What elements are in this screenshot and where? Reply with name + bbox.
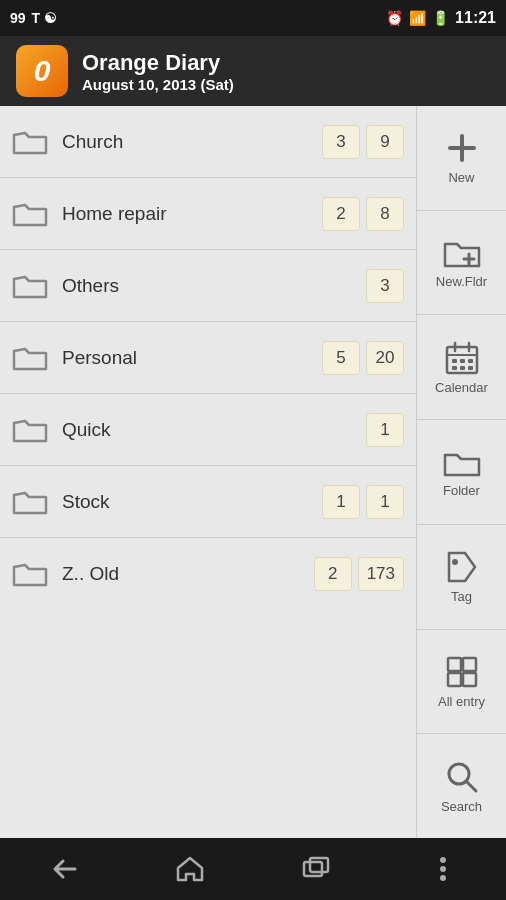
folder-row-icon	[12, 487, 48, 517]
search-button[interactable]: Search	[417, 734, 506, 838]
folder-count-2: 8	[366, 197, 404, 231]
folder-row[interactable]: Stock11	[0, 466, 416, 538]
folder-row-icon	[12, 559, 48, 589]
alarm-icon: ⏰	[386, 10, 403, 26]
calendar-label: Calendar	[435, 380, 488, 395]
folder-count-2: 173	[358, 557, 404, 591]
status-icons: T ☯	[32, 10, 57, 26]
recents-button[interactable]	[281, 844, 351, 894]
folder-row[interactable]: Church39	[0, 106, 416, 178]
svg-rect-22	[310, 858, 328, 872]
folder-count-1: 2	[322, 197, 360, 231]
folder-name: Home repair	[62, 203, 316, 225]
battery-icon: 🔋	[432, 10, 449, 26]
status-left: 99 T ☯	[10, 10, 57, 26]
app-icon-letter: 0	[34, 54, 51, 88]
svg-rect-9	[460, 359, 465, 363]
main-content: Church39 Home repair28 Others3 Personal5…	[0, 106, 506, 838]
svg-rect-21	[304, 862, 322, 876]
folder-count-1: 3	[322, 125, 360, 159]
folder-count-1: 1	[322, 485, 360, 519]
svg-rect-16	[463, 658, 476, 671]
svg-point-25	[440, 875, 446, 881]
app-subtitle: August 10, 2013 (Sat)	[82, 76, 234, 93]
app-icon: 0	[16, 45, 68, 97]
svg-point-14	[452, 559, 458, 565]
svg-point-23	[440, 857, 446, 863]
folder-row-icon	[12, 199, 48, 229]
folder-row[interactable]: Personal520	[0, 322, 416, 394]
folder-name: Stock	[62, 491, 316, 513]
svg-line-20	[466, 781, 476, 791]
folder-name: Z.. Old	[62, 563, 308, 585]
new-folder-icon	[443, 236, 481, 270]
folder-count-2: 1	[366, 485, 404, 519]
svg-point-24	[440, 866, 446, 872]
folder-count-1: 5	[322, 341, 360, 375]
new-label: New	[448, 170, 474, 185]
app-title: Orange Diary	[82, 50, 234, 76]
wifi-icon: 📶	[409, 10, 426, 26]
folder-name: Others	[62, 275, 360, 297]
all-entry-button[interactable]: All entry	[417, 630, 506, 735]
status-right: ⏰ 📶 🔋 11:21	[386, 9, 496, 27]
folder-row[interactable]: Home repair28	[0, 178, 416, 250]
folder-count-2: 3	[366, 269, 404, 303]
all-entry-icon	[444, 654, 480, 690]
folder-row-icon	[12, 127, 48, 157]
folder-row[interactable]: Z.. Old2173	[0, 538, 416, 610]
folder-count-2: 1	[366, 413, 404, 447]
folder-row-icon	[12, 343, 48, 373]
folder-button[interactable]: Folder	[417, 420, 506, 525]
folder-list: Church39 Home repair28 Others3 Personal5…	[0, 106, 416, 838]
folder-name: Quick	[62, 419, 360, 441]
folder-name: Personal	[62, 347, 316, 369]
battery-level: 99	[10, 10, 26, 26]
new-icon	[444, 130, 480, 166]
new-folder-button[interactable]: New.Fldr	[417, 211, 506, 316]
title-text: Orange Diary August 10, 2013 (Sat)	[82, 50, 234, 93]
search-label: Search	[441, 799, 482, 814]
folder-count-2: 9	[366, 125, 404, 159]
calendar-button[interactable]: Calendar	[417, 315, 506, 420]
svg-rect-11	[452, 366, 457, 370]
svg-rect-8	[452, 359, 457, 363]
folder-name: Church	[62, 131, 316, 153]
search-icon	[444, 759, 480, 795]
title-bar: 0 Orange Diary August 10, 2013 (Sat)	[0, 36, 506, 106]
folder-row-icon	[12, 415, 48, 445]
folder-icon	[443, 447, 481, 479]
time-display: 11:21	[455, 9, 496, 27]
tag-label: Tag	[451, 589, 472, 604]
folder-count-2: 20	[366, 341, 404, 375]
folder-label: Folder	[443, 483, 480, 498]
status-bar: 99 T ☯ ⏰ 📶 🔋 11:21	[0, 0, 506, 36]
right-sidebar: New New.Fldr	[416, 106, 506, 838]
tag-button[interactable]: Tag	[417, 525, 506, 630]
nav-bar	[0, 838, 506, 900]
menu-button[interactable]	[408, 844, 478, 894]
svg-rect-10	[468, 359, 473, 363]
all-entry-label: All entry	[438, 694, 485, 709]
back-button[interactable]	[28, 844, 98, 894]
folder-row[interactable]: Quick1	[0, 394, 416, 466]
svg-rect-17	[448, 673, 461, 686]
folder-row[interactable]: Others3	[0, 250, 416, 322]
svg-rect-15	[448, 658, 461, 671]
svg-rect-12	[460, 366, 465, 370]
folder-count-1: 2	[314, 557, 352, 591]
home-button[interactable]	[155, 844, 225, 894]
tag-icon	[445, 549, 479, 585]
new-button[interactable]: New	[417, 106, 506, 211]
folder-row-icon	[12, 271, 48, 301]
calendar-icon	[444, 340, 480, 376]
svg-rect-13	[468, 366, 473, 370]
new-folder-label: New.Fldr	[436, 274, 487, 289]
svg-rect-18	[463, 673, 476, 686]
